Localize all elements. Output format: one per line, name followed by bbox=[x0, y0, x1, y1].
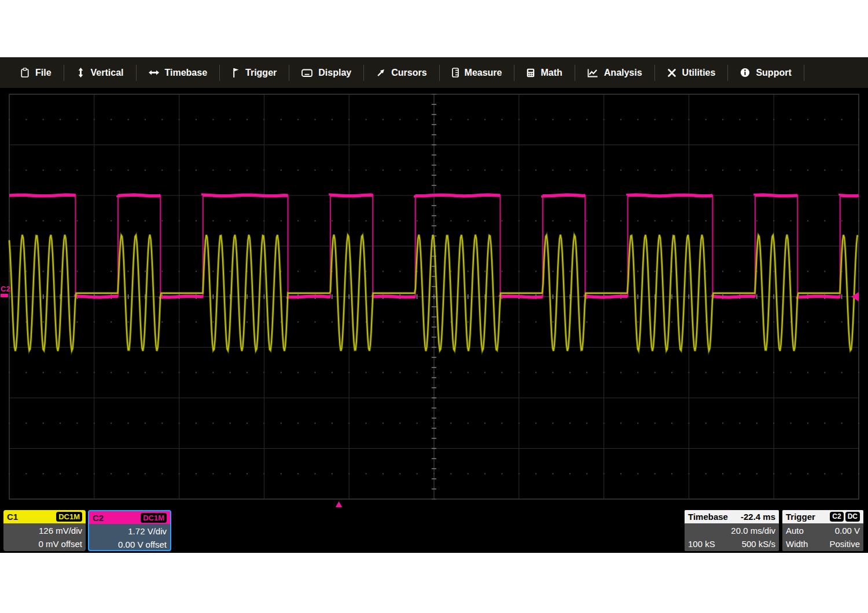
menu-label: Trigger bbox=[245, 68, 277, 78]
menu-label: Timebase bbox=[165, 68, 208, 78]
graticule-dot bbox=[790, 119, 792, 120]
graticule-dot bbox=[247, 322, 248, 323]
graticule-dot bbox=[128, 220, 129, 221]
graticule-dot bbox=[468, 423, 469, 424]
graticule-dot bbox=[824, 423, 825, 424]
channel-c2-descriptor[interactable]: C2 DC1M 1.72 V/div 0.00 V offset bbox=[88, 510, 171, 551]
graticule-dot bbox=[399, 322, 400, 323]
graticule-dot bbox=[807, 119, 808, 120]
graticule-dot bbox=[484, 169, 486, 171]
menu-trigger[interactable]: Trigger bbox=[220, 57, 289, 88]
graticule-dot bbox=[212, 322, 214, 323]
menu-utilities[interactable]: Utilities bbox=[655, 57, 728, 88]
graticule-dot bbox=[196, 271, 197, 272]
graticule-dot bbox=[484, 473, 486, 474]
graticule-dot bbox=[484, 271, 486, 272]
graticule-dot bbox=[824, 473, 825, 474]
graticule-dot bbox=[501, 473, 502, 474]
graticule-dot bbox=[76, 271, 78, 272]
graticule-dot bbox=[281, 220, 282, 221]
trigger-level: 0.00 V bbox=[835, 524, 860, 537]
graticule-dot bbox=[128, 423, 129, 424]
graticule-dot bbox=[297, 271, 299, 272]
menu-measure[interactable]: Measure bbox=[440, 57, 514, 88]
menu-support[interactable]: Support bbox=[728, 57, 803, 88]
c2-trace-low bbox=[160, 296, 203, 297]
trigger-icon bbox=[232, 68, 240, 77]
graticule-dot bbox=[212, 473, 214, 474]
graticule-dot bbox=[722, 119, 723, 120]
graticule-dot bbox=[722, 372, 723, 373]
menu-vertical[interactable]: Vertical bbox=[64, 57, 136, 88]
graticule-dot bbox=[417, 220, 418, 221]
math-icon bbox=[527, 68, 535, 77]
timebase-descriptor[interactable]: Timebase -22.4 ms 20.0 ms/div 100 kS 500… bbox=[685, 510, 779, 551]
graticule-dot bbox=[212, 169, 214, 171]
menu-cursors[interactable]: Cursors bbox=[364, 57, 439, 88]
graticule-dot bbox=[382, 271, 384, 272]
waveform-graticule[interactable]: C2 bbox=[0, 88, 868, 507]
graticule-dot bbox=[620, 423, 621, 424]
trigger-title: Trigger bbox=[786, 512, 815, 522]
file-icon bbox=[20, 68, 30, 77]
graticule-dot bbox=[399, 119, 400, 120]
graticule-dot bbox=[841, 372, 843, 373]
c2-trace-high bbox=[9, 195, 76, 196]
graticule-dot bbox=[671, 372, 672, 373]
graticule-dot bbox=[281, 372, 282, 373]
graticule-dot bbox=[43, 169, 44, 171]
channel-c1-scale: 126 mV/div bbox=[7, 524, 82, 537]
graticule-dot bbox=[450, 372, 451, 373]
graticule-dot bbox=[145, 372, 146, 373]
c2-zero-marker-label: C2 bbox=[1, 285, 10, 293]
menu-analysis[interactable]: Analysis bbox=[575, 57, 654, 88]
graticule-dot bbox=[756, 473, 757, 474]
graticule-dot bbox=[399, 372, 400, 373]
graticule-dot bbox=[196, 169, 197, 171]
menu-display[interactable]: Display bbox=[289, 57, 363, 88]
graticule-dot bbox=[196, 423, 197, 424]
graticule-dot bbox=[450, 119, 451, 120]
graticule-dot bbox=[314, 322, 315, 323]
graticule-dot bbox=[297, 322, 299, 323]
graticule-dot bbox=[569, 372, 571, 373]
graticule-dot bbox=[161, 220, 163, 221]
graticule-dot bbox=[807, 423, 808, 424]
graticule-dot bbox=[468, 271, 469, 272]
trigger-descriptor[interactable]: Trigger C2 DC Auto 0.00 V Width Positive bbox=[782, 510, 863, 551]
graticule-dot bbox=[247, 119, 248, 120]
graticule-dot bbox=[620, 322, 621, 323]
menu-file[interactable]: File bbox=[8, 57, 64, 88]
waveform-display-area[interactable]: C2 bbox=[0, 88, 868, 507]
graticule-dot bbox=[739, 322, 740, 323]
graticule-dot bbox=[722, 322, 723, 323]
cursors-icon bbox=[376, 68, 385, 77]
channel-c1-descriptor[interactable]: C1 DC1M 126 mV/div 0 mV offset bbox=[3, 510, 86, 551]
c2-trace-low bbox=[797, 296, 840, 297]
graticule-dot bbox=[314, 372, 315, 373]
graticule-dot bbox=[128, 271, 129, 272]
menu-timebase[interactable]: Timebase bbox=[137, 57, 220, 88]
status-bar: C1 DC1M 126 mV/div 0 mV offset C2 DC1M 1… bbox=[0, 507, 868, 553]
menu-math[interactable]: Math bbox=[514, 57, 574, 88]
graticule-dot bbox=[161, 119, 163, 120]
channel-c1-offset: 0 mV offset bbox=[7, 537, 82, 551]
graticule-dot bbox=[722, 220, 723, 221]
graticule-dot bbox=[417, 169, 418, 171]
graticule-dot bbox=[417, 119, 418, 120]
c2-trace-high bbox=[628, 195, 713, 196]
graticule-dot bbox=[281, 473, 282, 474]
graticule-dot bbox=[841, 220, 843, 221]
graticule-dot bbox=[756, 119, 757, 120]
graticule-dot bbox=[671, 119, 672, 120]
graticule-dot bbox=[382, 473, 384, 474]
graticule-dot bbox=[25, 372, 27, 373]
graticule-dot bbox=[43, 119, 44, 120]
graticule-dot bbox=[297, 169, 299, 171]
graticule-dot bbox=[230, 271, 231, 272]
graticule-dot bbox=[807, 322, 808, 323]
graticule-dot bbox=[484, 119, 486, 120]
graticule-dot bbox=[553, 220, 554, 221]
graticule-dot bbox=[790, 473, 792, 474]
graticule-dot bbox=[332, 119, 333, 120]
